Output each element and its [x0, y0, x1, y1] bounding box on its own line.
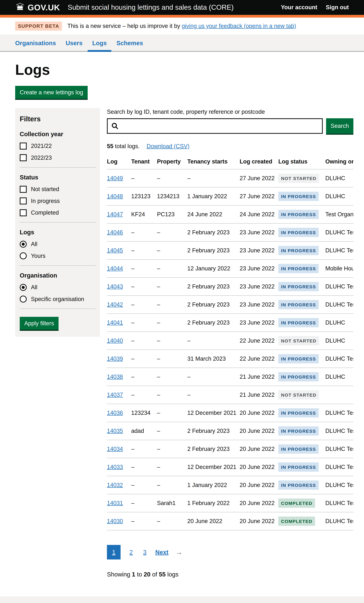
- log-link[interactable]: 14033: [107, 464, 123, 470]
- property-cell: –: [157, 350, 187, 368]
- tenant-cell: –: [131, 476, 157, 494]
- owning-organisation-cell: DLUHC Test: [325, 422, 353, 440]
- checkbox-not-started[interactable]: Not started: [20, 186, 95, 193]
- log-id-cell: 14043: [107, 278, 131, 296]
- search-icon: [111, 122, 119, 132]
- filters-title: Filters: [20, 115, 95, 124]
- your-account-link[interactable]: Your account: [281, 4, 317, 11]
- checkbox-in-progress[interactable]: In progress: [20, 197, 95, 205]
- total-logs-line: 55 total logs.Download (CSV): [107, 143, 353, 150]
- log-link[interactable]: 14046: [107, 229, 123, 235]
- log-status-badge: IN PROGRESS: [278, 354, 319, 363]
- filter-group-label: Logs: [20, 228, 95, 236]
- service-name: Submit social housing lettings and sales…: [68, 3, 234, 12]
- nav-tab-users[interactable]: Users: [66, 35, 82, 51]
- log-link[interactable]: 14038: [107, 373, 123, 380]
- property-cell: –: [157, 440, 187, 458]
- log-link[interactable]: 14048: [107, 193, 123, 199]
- pagination-next-arrow-icon: →: [176, 548, 182, 557]
- tenancy-starts-cell: 12 January 2022: [187, 259, 240, 278]
- govuk-logo[interactable]: GOV.UK Submit social housing lettings an…: [15, 2, 234, 13]
- property-cell: –: [157, 368, 187, 386]
- radio-all[interactable]: All: [20, 240, 95, 248]
- create-lettings-log-button[interactable]: Create a new lettings log: [15, 86, 88, 99]
- tenancy-starts-cell: 2 February 2023: [187, 422, 240, 440]
- log-link[interactable]: 14043: [107, 283, 123, 290]
- owning-organisation-cell: DLUHC: [325, 314, 353, 332]
- nav-tab-logs[interactable]: Logs: [92, 35, 107, 51]
- log-link[interactable]: 14047: [107, 211, 123, 218]
- pagination-next-link[interactable]: Next: [155, 548, 168, 556]
- table-row: 14044––12 January 202223 June 2022IN PRO…: [107, 259, 353, 278]
- tenant-cell: –: [131, 242, 157, 259]
- log-link[interactable]: 14041: [107, 319, 123, 326]
- log-link[interactable]: 14035: [107, 428, 123, 434]
- log-status-badge: IN PROGRESS: [278, 372, 319, 382]
- property-cell: Sarah1: [157, 494, 187, 512]
- log-created-cell: 20 June 2022: [240, 476, 278, 494]
- checkbox-completed[interactable]: Completed: [20, 209, 95, 216]
- pagination: 123Next→: [107, 545, 353, 559]
- property-cell: –: [157, 386, 187, 404]
- table-row: 14033––12 December 202120 June 2022IN PR…: [107, 458, 353, 476]
- log-id-cell: 14037: [107, 386, 131, 404]
- radio-yours[interactable]: Yours: [20, 252, 95, 260]
- table-row: 14040–––22 June 2022NOT STARTEDDLUHC: [107, 332, 353, 350]
- log-status-badge: IN PROGRESS: [278, 426, 319, 436]
- tenant-cell: 123234: [131, 404, 157, 422]
- log-created-cell: 20 June 2022: [240, 404, 278, 422]
- log-link[interactable]: 14044: [107, 265, 123, 272]
- log-link[interactable]: 14034: [107, 446, 123, 452]
- download-csv-link[interactable]: Download (CSV): [147, 143, 189, 149]
- checkbox-2022-23[interactable]: 2022/23: [20, 154, 95, 162]
- tenant-cell: –: [131, 494, 157, 512]
- pagination-page-3[interactable]: 3: [142, 545, 148, 559]
- tenancy-starts-cell: 2 February 2023: [187, 223, 240, 242]
- radio-all[interactable]: All: [20, 284, 95, 291]
- property-cell: –: [157, 332, 187, 350]
- filters-panel: Filters Collection year2021/222022/23Sta…: [15, 108, 100, 337]
- radio-specific-organisation[interactable]: Specific organisation: [20, 295, 95, 303]
- nav-tab-schemes[interactable]: Schemes: [117, 35, 143, 51]
- log-link[interactable]: 14036: [107, 410, 123, 416]
- owning-organisation-cell: DLUHC Test: [325, 458, 353, 476]
- table-row: 14047KF24PC12324 June 202224 June 2022IN…: [107, 205, 353, 223]
- tenancy-starts-cell: 1 January 2022: [187, 187, 240, 205]
- log-status-badge: COMPLETED: [278, 517, 315, 526]
- log-link[interactable]: 14039: [107, 356, 123, 362]
- log-status-cell: IN PROGRESS: [278, 422, 325, 440]
- tenancy-starts-cell: 12 December 2021: [187, 458, 240, 476]
- log-status-badge: IN PROGRESS: [278, 318, 319, 327]
- property-cell: –: [157, 259, 187, 278]
- sign-out-link[interactable]: Sign out: [326, 4, 349, 11]
- log-link[interactable]: 14037: [107, 392, 123, 398]
- log-link[interactable]: 14030: [107, 518, 123, 524]
- owning-organisation-cell: DLUHC Test: [325, 512, 353, 530]
- tenant-cell: adad: [131, 422, 157, 440]
- log-status-cell: IN PROGRESS: [278, 458, 325, 476]
- log-id-cell: 14046: [107, 223, 131, 242]
- log-link[interactable]: 14049: [107, 175, 123, 181]
- column-header-property: Property: [157, 158, 187, 169]
- log-link[interactable]: 14040: [107, 337, 123, 344]
- search-input[interactable]: [107, 118, 323, 134]
- log-link[interactable]: 14031: [107, 500, 123, 506]
- log-id-cell: 14047: [107, 205, 131, 223]
- log-created-cell: 20 June 2022: [240, 440, 278, 458]
- option-label: 2022/23: [31, 154, 52, 162]
- log-link[interactable]: 14045: [107, 247, 123, 254]
- filter-group-logs: LogsAllYours: [20, 228, 95, 260]
- nav-tab-organisations[interactable]: Organisations: [15, 35, 56, 51]
- tenant-cell: –: [131, 314, 157, 332]
- pagination-page-2[interactable]: 2: [128, 545, 134, 559]
- search-button[interactable]: Search: [326, 118, 353, 134]
- checkbox-2021-22[interactable]: 2021/22: [20, 142, 95, 150]
- radio-control: [20, 241, 27, 248]
- log-link[interactable]: 14032: [107, 482, 123, 488]
- log-created-cell: 20 June 2022: [240, 512, 278, 530]
- log-link[interactable]: 14042: [107, 301, 123, 308]
- option-label: All: [31, 240, 37, 248]
- apply-filters-button[interactable]: Apply filters: [20, 317, 59, 330]
- feedback-link[interactable]: giving us your feedback (opens in a new …: [182, 23, 296, 29]
- log-id-cell: 14039: [107, 350, 131, 368]
